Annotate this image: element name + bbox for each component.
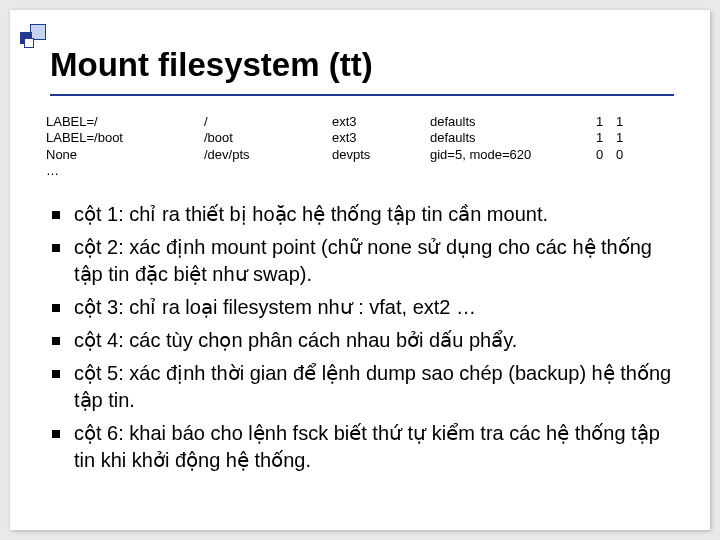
list-item: cột 1: chỉ ra thiết bị hoặc hệ thống tập… bbox=[46, 201, 674, 228]
cell-options: gid=5, mode=620 bbox=[430, 147, 596, 163]
slide: Mount filesystem (tt) LABEL=/ / ext3 def… bbox=[10, 10, 710, 530]
cell-mount: /dev/pts bbox=[204, 147, 332, 163]
cell-fstype: ext3 bbox=[332, 114, 430, 130]
cell-dump: 1 bbox=[596, 114, 616, 130]
cell-pass: 0 bbox=[616, 147, 636, 163]
fstab-table: LABEL=/ / ext3 defaults 1 1 LABEL=/boot … bbox=[46, 114, 674, 179]
corner-squares-icon bbox=[20, 24, 80, 48]
list-item: cột 3: chỉ ra loại filesystem như : vfat… bbox=[46, 294, 674, 321]
cell-options: defaults bbox=[430, 130, 596, 146]
cell-dump: 1 bbox=[596, 130, 616, 146]
cell-dump bbox=[596, 163, 616, 179]
cell-dump: 0 bbox=[596, 147, 616, 163]
cell-mount bbox=[204, 163, 332, 179]
cell-mount: / bbox=[204, 114, 332, 130]
list-item: cột 2: xác định mount point (chữ none sử… bbox=[46, 234, 674, 288]
cell-pass: 1 bbox=[616, 114, 636, 130]
table-row: … bbox=[46, 163, 674, 179]
bullet-list: cột 1: chỉ ra thiết bị hoặc hệ thống tập… bbox=[46, 201, 674, 474]
slide-title: Mount filesystem (tt) bbox=[50, 46, 674, 96]
cell-device: None bbox=[46, 147, 204, 163]
list-item: cột 4: các tùy chọn phân cách nhau bởi d… bbox=[46, 327, 674, 354]
list-item: cột 5: xác định thời gian để lệnh dump s… bbox=[46, 360, 674, 414]
cell-device: LABEL=/boot bbox=[46, 130, 204, 146]
table-row: LABEL=/boot /boot ext3 defaults 1 1 bbox=[46, 130, 674, 146]
cell-options bbox=[430, 163, 596, 179]
cell-device: LABEL=/ bbox=[46, 114, 204, 130]
table-row: None /dev/pts devpts gid=5, mode=620 0 0 bbox=[46, 147, 674, 163]
list-item: cột 6: khai báo cho lệnh fsck biết thứ t… bbox=[46, 420, 674, 474]
cell-pass bbox=[616, 163, 636, 179]
cell-fstype: devpts bbox=[332, 147, 430, 163]
cell-device: … bbox=[46, 163, 204, 179]
table-row: LABEL=/ / ext3 defaults 1 1 bbox=[46, 114, 674, 130]
cell-fstype: ext3 bbox=[332, 130, 430, 146]
cell-options: defaults bbox=[430, 114, 596, 130]
cell-fstype bbox=[332, 163, 430, 179]
cell-mount: /boot bbox=[204, 130, 332, 146]
cell-pass: 1 bbox=[616, 130, 636, 146]
